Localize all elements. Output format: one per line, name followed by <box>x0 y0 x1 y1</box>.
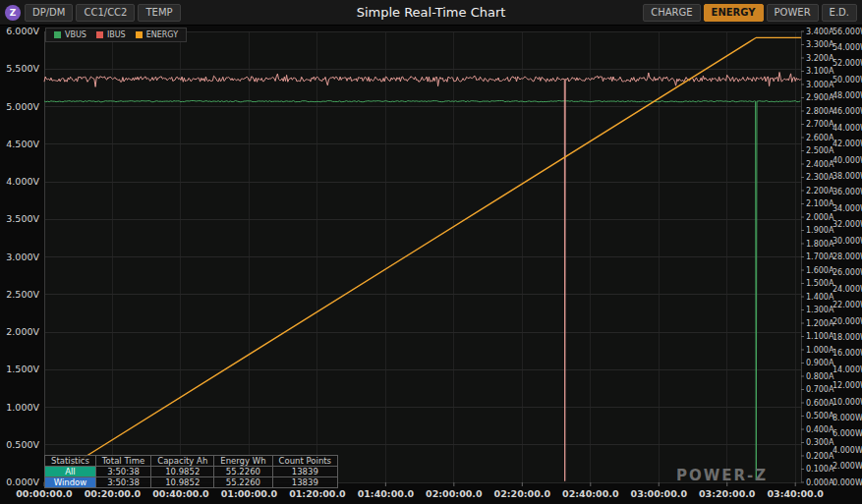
svg-text:40.000Wh: 40.000Wh <box>833 156 862 165</box>
stats-row-label: Window <box>45 477 96 488</box>
svg-text:01:20:00.0: 01:20:00.0 <box>289 488 346 499</box>
svg-text:2.900A: 2.900A <box>806 93 834 102</box>
svg-text:3.100A: 3.100A <box>806 67 834 76</box>
svg-text:8.000Wh: 8.000Wh <box>833 414 862 422</box>
svg-text:00:40:00.0: 00:40:00.0 <box>152 488 209 499</box>
svg-text:02:00:00.0: 02:00:00.0 <box>426 488 483 499</box>
svg-text:4.000V: 4.000V <box>6 176 39 187</box>
svg-text:0.300A: 0.300A <box>806 438 834 447</box>
svg-text:44.000Wh: 44.000Wh <box>833 124 862 133</box>
stats-value-cell: 10.9852 <box>151 467 214 477</box>
svg-text:1.700A: 1.700A <box>806 252 834 261</box>
svg-text:1.100A: 1.100A <box>806 332 834 341</box>
legend-item-energy[interactable]: ENERGY <box>136 30 178 39</box>
svg-text:3.200A: 3.200A <box>806 54 834 63</box>
chart-area: 6.000V5.500V5.000V4.500V4.000V3.500V3.00… <box>0 26 862 504</box>
stats-body: StatisticsTotal TimeCapacity AhEnergy Wh… <box>45 456 338 488</box>
app-logo-icon[interactable]: Z <box>5 5 21 21</box>
legend-label: VBUS <box>65 30 86 39</box>
svg-text:2.100A: 2.100A <box>806 199 834 208</box>
svg-text:01:00:00.0: 01:00:00.0 <box>221 488 278 499</box>
svg-text:12.000Wh: 12.000Wh <box>833 381 862 390</box>
stats-header-cell: Capacity Ah <box>151 456 214 467</box>
tab-energy[interactable]: ENERGY <box>704 4 764 22</box>
svg-text:03:00:00.0: 03:00:00.0 <box>631 488 688 499</box>
svg-text:32.000Wh: 32.000Wh <box>833 220 862 229</box>
legend-label: ENERGY <box>146 30 178 39</box>
svg-text:2.700A: 2.700A <box>806 120 834 129</box>
svg-text:0.200A: 0.200A <box>806 452 834 461</box>
tab-cc1-cc2[interactable]: CC1/CC2 <box>76 4 135 22</box>
tab-charge[interactable]: CHARGE <box>643 4 700 22</box>
svg-text:22.000Wh: 22.000Wh <box>833 301 862 309</box>
svg-text:20.000Wh: 20.000Wh <box>833 317 862 326</box>
current-axis: 3.400A3.300A3.200A3.100A3.000A2.900A2.80… <box>801 28 834 487</box>
svg-text:2.300A: 2.300A <box>806 173 834 182</box>
stats-value-cell: 55.2260 <box>214 467 272 477</box>
voltage-axis: 6.000V5.500V5.000V4.500V4.000V3.500V3.00… <box>6 26 39 487</box>
stats-header-cell: Energy Wh <box>214 456 272 467</box>
svg-text:52.000Wh: 52.000Wh <box>833 59 862 68</box>
stats-value-cell: 55.2260 <box>214 477 272 488</box>
legend-item-vbus[interactable]: VBUS <box>54 30 86 39</box>
legend-item-ibus[interactable]: IBUS <box>96 30 126 39</box>
left-tabs: DP/DMCC1/CC2TEMP <box>25 4 181 22</box>
energy-swatch-icon <box>136 31 143 38</box>
right-tabs: CHARGEENERGYPOWERE.D. <box>643 4 857 22</box>
svg-text:50.000Wh: 50.000Wh <box>833 76 862 84</box>
svg-text:1.200A: 1.200A <box>806 319 834 328</box>
svg-text:2.500V: 2.500V <box>6 289 39 300</box>
vbus-swatch-icon <box>54 31 61 38</box>
statistics-table: StatisticsTotal TimeCapacity AhEnergy Wh… <box>44 455 338 488</box>
tab-power[interactable]: POWER <box>767 4 819 22</box>
svg-text:1.300A: 1.300A <box>806 306 834 314</box>
stats-row-window: Window3:50:3810.985255.226013839 <box>45 477 338 488</box>
svg-text:0.400A: 0.400A <box>806 425 834 434</box>
svg-text:1.400A: 1.400A <box>806 293 834 302</box>
svg-text:0.000Wh: 0.000Wh <box>833 478 862 487</box>
stats-header-row: StatisticsTotal TimeCapacity AhEnergy Wh… <box>45 456 338 467</box>
svg-text:2.200A: 2.200A <box>806 187 834 196</box>
svg-text:2.000V: 2.000V <box>6 326 39 337</box>
svg-text:3.300A: 3.300A <box>806 40 834 49</box>
svg-text:56.000Wh: 56.000Wh <box>833 28 862 36</box>
svg-text:0.900A: 0.900A <box>806 359 834 367</box>
svg-text:0.700A: 0.700A <box>806 385 834 394</box>
svg-text:1.900A: 1.900A <box>806 226 834 235</box>
svg-text:46.000Wh: 46.000Wh <box>833 107 862 116</box>
tab-e-d[interactable]: E.D. <box>822 4 857 22</box>
chart-svg[interactable]: 6.000V5.500V5.000V4.500V4.000V3.500V3.00… <box>0 26 862 504</box>
stats-value-cell: 10.9852 <box>151 477 214 488</box>
svg-text:03:40:00.0: 03:40:00.0 <box>767 488 824 499</box>
svg-text:3.500V: 3.500V <box>6 213 39 224</box>
svg-text:3.000A: 3.000A <box>806 81 834 89</box>
tab-dp-dm[interactable]: DP/DM <box>25 4 73 22</box>
svg-text:4.000Wh: 4.000Wh <box>833 446 862 455</box>
legend-label: IBUS <box>107 30 126 39</box>
svg-text:1.800A: 1.800A <box>806 240 834 249</box>
svg-text:02:20:00.0: 02:20:00.0 <box>494 488 551 499</box>
svg-text:0.500V: 0.500V <box>6 439 39 450</box>
svg-text:1.500V: 1.500V <box>6 364 39 374</box>
svg-text:03:20:00.0: 03:20:00.0 <box>699 488 756 499</box>
svg-text:3.000V: 3.000V <box>6 252 39 262</box>
chart-legend: VBUSIBUSENERGY <box>45 28 187 42</box>
svg-text:1.500A: 1.500A <box>806 279 834 288</box>
title-bar: Z DP/DMCC1/CC2TEMP Simple Real-Time Char… <box>0 0 862 26</box>
svg-text:36.000Wh: 36.000Wh <box>833 188 862 196</box>
svg-text:28.000Wh: 28.000Wh <box>833 252 862 261</box>
svg-text:0.000V: 0.000V <box>6 476 39 487</box>
svg-text:2.400A: 2.400A <box>806 160 834 169</box>
stats-row-all: All3:50:3810.985255.226013839 <box>45 467 338 477</box>
svg-text:4.500V: 4.500V <box>6 139 39 149</box>
svg-text:2.800A: 2.800A <box>806 107 834 116</box>
svg-text:1.600A: 1.600A <box>806 266 834 275</box>
ibus-swatch-icon <box>96 31 103 38</box>
svg-text:5.000V: 5.000V <box>6 101 39 112</box>
app-window: Z DP/DMCC1/CC2TEMP Simple Real-Time Char… <box>0 0 862 504</box>
svg-text:1.000V: 1.000V <box>6 402 39 413</box>
powerz-watermark: POWER-Z <box>676 467 768 484</box>
tab-temp[interactable]: TEMP <box>138 4 180 22</box>
svg-text:0.000A: 0.000A <box>806 478 834 487</box>
svg-text:6.000Wh: 6.000Wh <box>833 429 862 438</box>
